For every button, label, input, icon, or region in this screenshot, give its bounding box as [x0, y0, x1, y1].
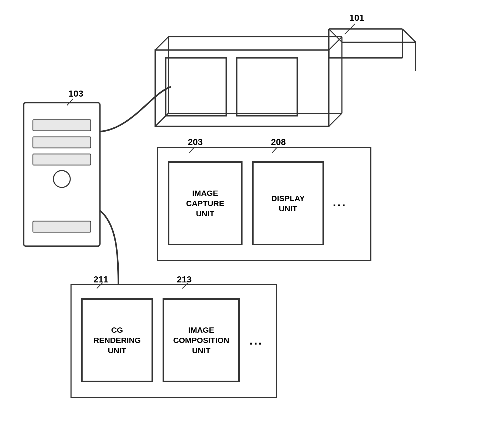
image-composition-unit: IMAGE COMPOSITION UNIT: [163, 299, 239, 382]
svg-rect-2: [237, 58, 297, 116]
diagram-container: 101 103 203 208 211 213 IMAGE CAPTURE UN…: [0, 0, 479, 448]
svg-line-7: [329, 29, 342, 42]
svg-point-26: [53, 171, 70, 187]
display-unit: DISPLAY UNIT: [253, 162, 324, 245]
svg-rect-1: [166, 58, 226, 116]
svg-rect-23: [33, 120, 91, 131]
cg-rendering-unit: CG RENDERING UNIT: [82, 299, 153, 382]
svg-rect-27: [33, 221, 91, 232]
svg-line-13: [155, 37, 168, 50]
svg-line-19: [329, 113, 342, 126]
svg-rect-25: [33, 154, 91, 165]
ref-label-213: 213: [177, 274, 192, 285]
svg-line-14: [329, 37, 342, 50]
ref-label-211: 211: [93, 274, 108, 285]
ellipsis-right: ...: [333, 195, 346, 209]
ref-label-203: 203: [188, 137, 203, 147]
ellipsis-bottom: ...: [249, 333, 263, 347]
image-capture-unit: IMAGE CAPTURE UNIT: [168, 162, 242, 245]
ref-label-101: 101: [349, 13, 364, 23]
svg-rect-24: [33, 137, 91, 148]
svg-line-8: [402, 29, 416, 42]
ref-label-208: 208: [271, 137, 286, 147]
ref-label-103: 103: [68, 88, 83, 99]
